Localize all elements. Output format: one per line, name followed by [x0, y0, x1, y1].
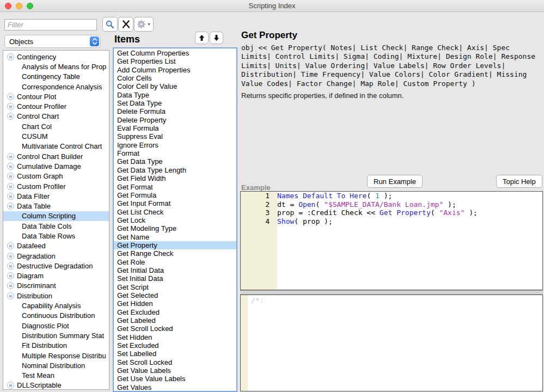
- collapse-chevrons-icon[interactable]: «: [7, 93, 14, 100]
- tree-item[interactable]: «Discriminant: [3, 281, 109, 291]
- next-item-button[interactable]: [210, 32, 223, 44]
- tree-item[interactable]: «Data Filter: [3, 191, 109, 201]
- tree-item[interactable]: Test Mean: [3, 371, 109, 381]
- collapse-chevrons-icon[interactable]: «: [7, 262, 14, 270]
- tree-item[interactable]: Data Table Cols: [3, 221, 109, 231]
- collapse-chevrons-icon[interactable]: «: [7, 53, 14, 60]
- tree-item[interactable]: «Destructive Degradation: [3, 261, 109, 271]
- tree-item[interactable]: «Diagram: [3, 271, 109, 281]
- items-list[interactable]: Get Column PropertiesGet Properties List…: [113, 47, 237, 392]
- list-item[interactable]: Data Type: [114, 91, 236, 99]
- list-item[interactable]: Get Value Labels: [114, 366, 236, 375]
- log-output-panel[interactable]: /*:: [240, 295, 543, 391]
- tree-item[interactable]: «Datafeed: [3, 241, 109, 251]
- topic-help-button[interactable]: Topic Help: [496, 175, 542, 188]
- tree-item[interactable]: Correspondence Analysis: [3, 82, 109, 91]
- tree-item[interactable]: «Degradation: [3, 251, 109, 261]
- tree-item[interactable]: «Control Chart Builder: [3, 151, 109, 161]
- list-item[interactable]: Get Property: [114, 241, 236, 249]
- list-item[interactable]: Set Data Type: [114, 99, 236, 107]
- list-item[interactable]: Get Name: [114, 233, 236, 241]
- collapse-chevrons-icon[interactable]: «: [7, 153, 14, 160]
- list-item[interactable]: Get Properties List: [114, 57, 236, 65]
- tree-item[interactable]: Distribution Summary Stat: [3, 330, 109, 340]
- list-item[interactable]: Get Data Type: [114, 157, 236, 166]
- tree-item[interactable]: CUSUM: [3, 131, 109, 141]
- list-item[interactable]: Set Scroll Locked: [114, 358, 236, 366]
- tree-item[interactable]: Chart Col: [3, 121, 109, 131]
- list-item[interactable]: Color Cells: [114, 74, 236, 82]
- list-item[interactable]: Add Column Properties: [114, 66, 236, 74]
- tree-item[interactable]: «Contingency: [3, 52, 109, 62]
- tree-item[interactable]: «Custom Profiler: [3, 181, 109, 191]
- list-item[interactable]: Set Excluded: [114, 341, 236, 350]
- list-item[interactable]: Color Cell by Value: [114, 82, 236, 90]
- run-example-button[interactable]: Run Example: [367, 175, 423, 188]
- collapse-chevrons-icon[interactable]: «: [7, 103, 14, 110]
- list-item[interactable]: Get Selected: [114, 291, 236, 299]
- list-item[interactable]: Get Field Width: [114, 174, 236, 182]
- collapse-chevrons-icon[interactable]: «: [7, 173, 14, 180]
- collapse-chevrons-icon[interactable]: «: [7, 203, 14, 210]
- list-item[interactable]: Set Initial Data: [114, 274, 236, 283]
- category-dropdown[interactable]: Objects: [4, 35, 101, 48]
- list-item[interactable]: Format: [114, 149, 236, 157]
- list-item[interactable]: Get Scroll Locked: [114, 324, 236, 333]
- collapse-chevrons-icon[interactable]: «: [7, 253, 14, 260]
- tree-item[interactable]: Continuous Distribution: [3, 311, 109, 321]
- tree-item[interactable]: «Custom Graph: [3, 171, 109, 181]
- collapse-chevrons-icon[interactable]: «: [7, 242, 14, 249]
- tree-item[interactable]: «Contour Profiler: [3, 101, 109, 111]
- list-item[interactable]: Get Lock: [114, 216, 236, 224]
- tree-item[interactable]: Data Table Rows: [3, 231, 109, 241]
- tree-item[interactable]: Multiple Response Distribu: [3, 351, 109, 360]
- list-item[interactable]: Delete Property: [114, 116, 236, 124]
- collapse-chevrons-icon[interactable]: «: [7, 113, 14, 120]
- tree-item[interactable]: «Distribution: [3, 291, 109, 301]
- list-item[interactable]: Get List Check: [114, 208, 236, 216]
- list-item[interactable]: Get Use Value Labels: [114, 375, 236, 383]
- filter-input[interactable]: [4, 19, 97, 30]
- tree-item[interactable]: Diagnostic Plot: [3, 321, 109, 330]
- collapse-chevrons-icon[interactable]: «: [7, 193, 14, 200]
- list-item[interactable]: Get Excluded: [114, 308, 236, 316]
- tree-item[interactable]: Capability Analysis: [3, 301, 109, 310]
- list-item[interactable]: Get Data Type Length: [114, 166, 236, 174]
- list-item[interactable]: Get Initial Data: [114, 266, 236, 274]
- tree-item[interactable]: «Contour Plot: [3, 91, 109, 101]
- collapse-chevrons-icon[interactable]: «: [7, 163, 14, 170]
- splitter-handle[interactable]: [240, 290, 543, 295]
- tree-item[interactable]: «Control Chart: [3, 112, 109, 121]
- collapse-chevrons-icon[interactable]: «: [7, 183, 14, 190]
- list-item[interactable]: Get Role: [114, 258, 236, 266]
- search-button[interactable]: [102, 17, 118, 32]
- clear-filter-button[interactable]: [118, 17, 133, 32]
- tree-item[interactable]: Nominal Distribution: [3, 360, 109, 370]
- tree-item[interactable]: Multivariate Control Chart: [3, 142, 109, 151]
- list-item[interactable]: Ignore Errors: [114, 141, 236, 149]
- tree-item[interactable]: «Cumulative Damage: [3, 161, 109, 171]
- collapse-chevrons-icon[interactable]: «: [7, 292, 14, 299]
- collapse-chevrons-icon[interactable]: «: [7, 282, 14, 289]
- list-item[interactable]: Delete Formula: [114, 107, 236, 115]
- list-item[interactable]: Get Modeling Type: [114, 224, 236, 232]
- previous-item-button[interactable]: [195, 32, 209, 44]
- tree-item[interactable]: «Data Table: [3, 201, 109, 211]
- objects-tree-list[interactable]: «ContingencyAnalysis of Means for PropCo…: [3, 50, 109, 390]
- list-item[interactable]: Get Input Format: [114, 199, 236, 207]
- list-item[interactable]: Get Values: [114, 383, 236, 391]
- list-item[interactable]: Get Format: [114, 183, 236, 191]
- list-item[interactable]: Get Hidden: [114, 299, 236, 308]
- collapse-chevrons-icon[interactable]: «: [7, 272, 14, 279]
- list-item[interactable]: Suppress Eval: [114, 132, 236, 140]
- tree-item[interactable]: «DLLScriptable: [3, 381, 109, 390]
- list-item[interactable]: Set Hidden: [114, 333, 236, 341]
- list-item[interactable]: Get Labeled: [114, 316, 236, 324]
- collapse-chevrons-icon[interactable]: «: [7, 382, 14, 389]
- settings-menu-button[interactable]: ▼: [134, 17, 154, 32]
- example-code-editor[interactable]: 1Names Default To Here( 1 );2dt = Open( …: [240, 191, 543, 290]
- tree-item[interactable]: Analysis of Means for Prop: [3, 62, 109, 71]
- tree-item[interactable]: Column Scripting: [3, 211, 109, 221]
- list-item[interactable]: Get Column Properties: [114, 49, 236, 57]
- list-item[interactable]: Get Range Check: [114, 249, 236, 258]
